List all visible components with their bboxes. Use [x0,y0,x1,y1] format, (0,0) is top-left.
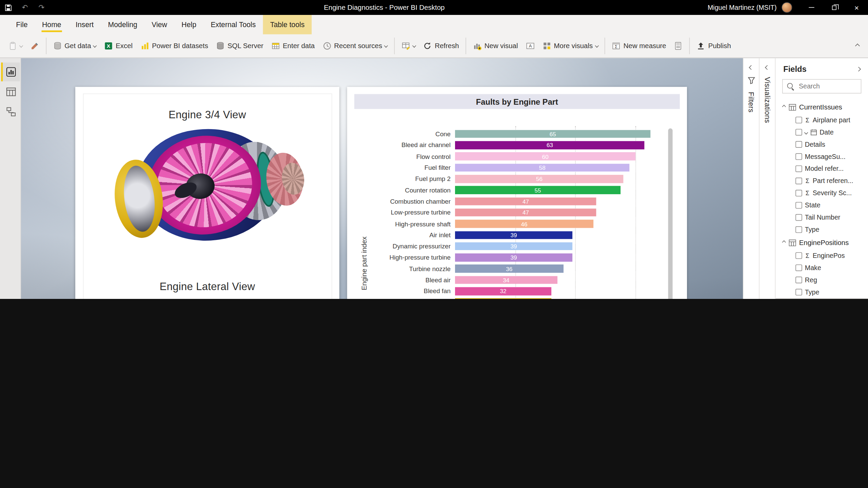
field-make[interactable]: Make [775,262,868,274]
menu-item-view[interactable]: View [144,15,174,34]
field-checkbox[interactable] [795,289,802,296]
format-painter-button[interactable] [26,37,43,55]
menu-item-home[interactable]: Home [35,15,68,34]
quick-measure-button[interactable] [670,37,687,55]
bar-fuel-pump-2[interactable]: 56 [455,175,624,183]
fields-table-fightschedule[interactable]: FightSchedule [775,298,868,299]
publish-button[interactable]: Publish [693,37,735,55]
power-bi-datasets-button[interactable]: Power BI datasets [136,37,212,55]
collapse-ribbon-button[interactable] [855,44,860,48]
field-date[interactable]: Date [775,126,868,138]
redo-button[interactable]: ↷ [33,0,50,15]
bar-turbine-nozzle[interactable]: 36 [455,265,563,273]
transform-data-button[interactable] [397,37,419,55]
bar-dynamic-pressurizer[interactable]: 39 [455,242,572,250]
field-checkbox[interactable] [795,226,802,233]
field-checkbox[interactable] [795,129,802,136]
expand-visualizations-button[interactable] [765,65,770,70]
menu-item-external-tools[interactable]: External Tools [203,15,263,34]
bar-body[interactable]: 32 [455,299,551,299]
field-reg[interactable]: Reg [775,274,868,286]
field-checkbox[interactable] [795,141,802,148]
data-view-button[interactable] [1,82,20,101]
refresh-button[interactable]: Refresh [419,37,463,55]
bar-air-inlet[interactable]: 39 [455,231,572,239]
field-messagesu[interactable]: MessageSu... [775,150,868,163]
field-checkbox[interactable] [795,264,802,271]
field-enginepos[interactable]: ΣEnginePos [775,249,868,262]
field-checkbox[interactable] [795,153,802,160]
field-checkbox[interactable] [795,277,802,283]
bar-fuel-filter[interactable]: 58 [455,164,629,172]
bar-high-pressure-turbine[interactable]: 39 [455,253,572,262]
restore-button[interactable] [823,0,845,15]
field-checkbox[interactable] [795,165,802,172]
bar-flow-control[interactable]: 60 [455,152,635,161]
new-visual-button[interactable]: New visual [469,37,522,55]
publish-label: Publish [708,42,731,50]
chart-scrollbar[interactable] [668,128,673,299]
excel-button[interactable]: X Excel [100,37,136,55]
bar-bleed-air[interactable]: 34 [455,276,557,284]
bar-cone[interactable]: 65 [455,130,651,138]
engine-views-visual[interactable]: Engine 3/4 View [75,87,339,299]
field-checkbox[interactable] [795,117,802,123]
collapse-chevron-icon[interactable] [782,241,786,244]
menu-item-insert[interactable]: Insert [68,15,101,34]
report-canvas[interactable]: Engine 3/4 View [21,58,743,299]
expand-filters-button[interactable] [749,65,754,70]
bar-bleed-air-channel[interactable]: 63 [455,141,645,149]
field-details[interactable]: Details [775,138,868,150]
bar-bleed-fan[interactable]: 32 [455,287,551,295]
sql-server-button[interactable]: SQL Server [212,37,267,55]
field-airplane-part[interactable]: ΣAirplane part [775,114,868,126]
field-state[interactable]: State [775,199,868,211]
faults-chart-visual[interactable]: Faults by Engine Part Cone65Bleed air ch… [347,87,687,299]
enter-data-button[interactable]: Enter data [267,37,318,55]
undo-button[interactable]: ↶ [17,0,33,15]
filters-pane-label[interactable]: Filters [747,92,755,113]
text-box-button[interactable]: A [522,37,538,55]
field-tail-number[interactable]: Tail Number [775,211,868,224]
expand-chevron-icon[interactable] [804,130,808,134]
field-model-refer[interactable]: Model refer... [775,163,868,175]
field-checkbox[interactable] [795,252,802,259]
bar-value-label: 60 [542,153,549,160]
field-severity-sc[interactable]: ΣSeverity Sc... [775,187,868,199]
user-name[interactable]: Miguel Martinez (MSIT) [708,4,777,12]
recent-sources-button[interactable]: Recent sources [319,37,391,55]
field-type[interactable]: Type [775,224,868,236]
visualizations-pane-label[interactable]: Visualizations [763,77,771,123]
bar-counter-rotation[interactable]: 55 [455,186,620,194]
field-checkbox[interactable] [795,190,802,197]
field-checkbox[interactable] [795,202,802,209]
paste-button[interactable] [4,37,26,55]
report-view-button[interactable] [1,62,20,81]
table-name: CurrentIssues [799,103,842,111]
fields-search-input[interactable] [798,82,856,91]
menu-item-file[interactable]: File [9,15,35,34]
more-visuals-button[interactable]: More visuals [538,37,602,55]
close-button[interactable]: × [845,0,868,15]
new-measure-button[interactable]: Σ New measure [608,37,670,55]
get-data-button[interactable]: Get data [49,37,100,55]
menu-item-table-tools[interactable]: Table tools [263,15,312,34]
minimize-button[interactable] [800,0,823,15]
save-button[interactable] [0,0,17,15]
model-view-button[interactable] [1,102,20,121]
user-avatar[interactable] [782,2,792,13]
bar-low-pressure-turbine[interactable]: 47 [455,208,596,217]
field-part-referen[interactable]: ΣPart referen... [775,175,868,187]
menu-item-help[interactable]: Help [174,15,203,34]
fields-table-enginepositions[interactable]: EnginePositions [775,236,868,250]
fields-table-currentissues[interactable]: CurrentIssues [775,100,868,114]
bar-combustion-chamber[interactable]: 47 [455,197,596,205]
field-type[interactable]: Type [775,286,868,298]
field-checkbox[interactable] [795,178,802,184]
chart-scrollbar-thumb[interactable] [668,128,673,299]
collapse-chevron-icon[interactable] [782,105,786,109]
menu-item-modeling[interactable]: Modeling [101,15,144,34]
bar-high-pressure-shaft[interactable]: 46 [455,220,593,228]
field-checkbox[interactable] [795,214,802,221]
collapse-fields-button[interactable] [856,67,861,72]
